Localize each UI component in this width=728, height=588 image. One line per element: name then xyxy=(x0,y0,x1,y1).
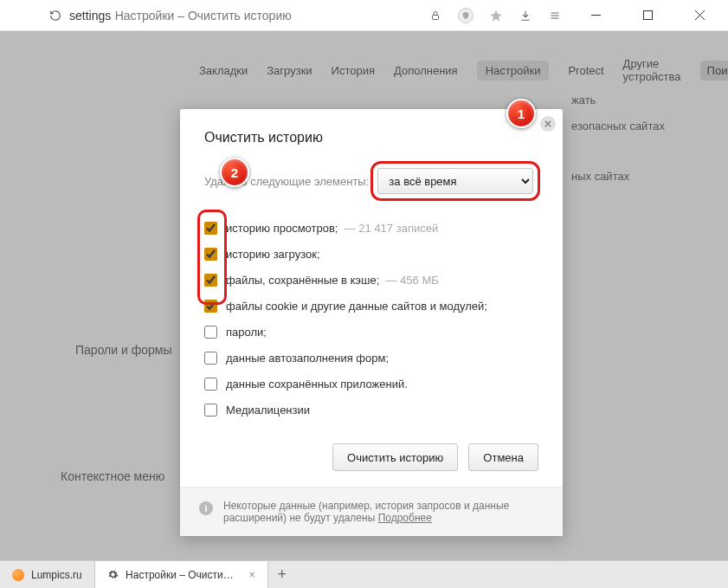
annotation-badge-1: 1 xyxy=(506,99,536,128)
info-icon: i xyxy=(199,501,213,515)
option-autofill[interactable]: данные автозаполнения форм; xyxy=(204,345,538,371)
new-tab-button[interactable]: + xyxy=(268,561,296,588)
dialog-footer: i Некоторые данные (например, история за… xyxy=(180,487,563,536)
checkbox-autofill[interactable] xyxy=(204,352,217,365)
option-media-licenses[interactable]: Медиалицензии xyxy=(204,397,538,423)
window-titlebar: settings Настройки – Очистить историю xyxy=(0,0,728,31)
tab-settings-page[interactable]: Настройки – Очистить и × xyxy=(95,561,268,588)
checkbox-cache[interactable] xyxy=(204,274,217,287)
shield-icon[interactable] xyxy=(458,8,474,23)
address-bar[interactable]: settings Настройки – Очистить историю xyxy=(69,8,292,23)
option-browsing-history[interactable]: историю просмотров; — 21 417 записей xyxy=(204,215,538,241)
option-cache[interactable]: файлы, сохранённые в кэше; — 456 МБ xyxy=(204,267,538,293)
url-title: Настройки – Очистить историю xyxy=(115,9,292,23)
page-content: Закладки Загрузки История Дополнения Нас… xyxy=(0,31,728,588)
lock-icon[interactable] xyxy=(428,9,442,23)
clear-options-list: историю просмотров; — 21 417 записей ист… xyxy=(204,215,538,423)
window-maximize-button[interactable] xyxy=(629,3,666,29)
browser-tabstrip: Lumpics.ru Настройки – Очистить и × + xyxy=(0,560,728,588)
checkbox-browsing-history[interactable] xyxy=(204,222,217,235)
tab-lumpics[interactable]: Lumpics.ru xyxy=(0,561,95,588)
option-cookies[interactable]: файлы cookie и другие данные сайтов и мо… xyxy=(204,293,538,319)
window-minimize-button[interactable] xyxy=(577,3,614,29)
svg-rect-1 xyxy=(643,11,652,20)
tab-close-icon[interactable]: × xyxy=(249,569,255,581)
window-close-button[interactable] xyxy=(681,3,718,29)
clear-history-button[interactable]: Очистить историю xyxy=(332,443,458,471)
annotation-badge-2: 2 xyxy=(220,158,249,187)
checkbox-app-data[interactable] xyxy=(204,378,217,391)
downloads-icon[interactable] xyxy=(519,9,532,23)
footer-text: Некоторые данные (например, история запр… xyxy=(223,500,509,524)
menu-icon[interactable] xyxy=(548,9,562,23)
url-path: settings xyxy=(69,9,111,23)
dialog-close-button[interactable] xyxy=(540,116,556,132)
reload-icon[interactable] xyxy=(48,9,62,23)
cancel-button[interactable]: Отмена xyxy=(468,443,538,471)
footer-learn-more-link[interactable]: Подробнее xyxy=(378,512,432,524)
option-download-history[interactable]: историю загрузок; xyxy=(204,241,538,267)
svg-rect-0 xyxy=(433,15,439,19)
checkbox-cookies[interactable] xyxy=(204,300,217,313)
bookmark-star-icon[interactable] xyxy=(489,9,503,23)
favicon-orange-icon xyxy=(12,569,24,581)
option-app-data[interactable]: данные сохранённых приложений. xyxy=(204,371,538,397)
time-period-select[interactable]: за всё время xyxy=(377,168,533,194)
checkbox-media-licenses[interactable] xyxy=(204,404,217,417)
option-passwords[interactable]: пароли; xyxy=(204,319,538,345)
checkbox-passwords[interactable] xyxy=(204,326,217,339)
gear-icon xyxy=(107,569,119,581)
checkbox-download-history[interactable] xyxy=(204,248,217,261)
dialog-title: Очистить историю xyxy=(204,130,538,145)
